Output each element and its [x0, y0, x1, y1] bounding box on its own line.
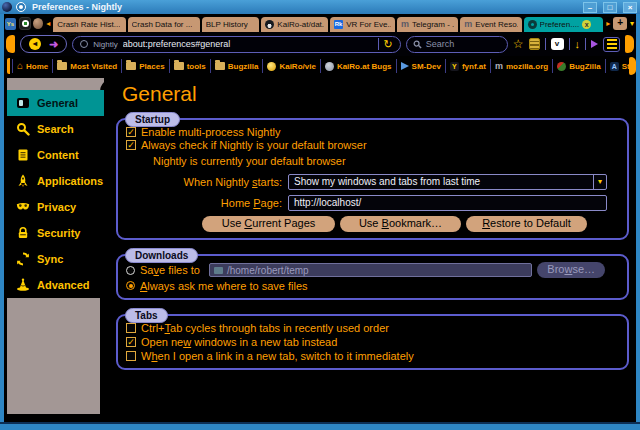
toolbar-separator: [585, 38, 586, 50]
history-nav-group: ◂ ➜: [20, 35, 67, 53]
bookmark-places[interactable]: Places: [121, 59, 168, 73]
bookmark-most-visited[interactable]: Most Visited: [52, 59, 121, 73]
bookmark-bugzilla[interactable]: BugZilla: [552, 59, 605, 73]
maximize-button[interactable]: □: [603, 2, 617, 13]
reload-icon[interactable]: ↻: [384, 39, 393, 50]
always-ask-radio[interactable]: [126, 281, 135, 290]
window-gear-icon: [16, 2, 26, 12]
search-icon: [15, 122, 30, 136]
tab-close-icon[interactable]: x: [582, 20, 591, 29]
default-check-label: Always check if Nightly is your default …: [141, 139, 367, 151]
pocket-icon[interactable]: [591, 40, 598, 48]
close-button[interactable]: ×: [623, 2, 637, 13]
tab-crash-data[interactable]: Crash Data for ...: [128, 17, 200, 32]
url-text[interactable]: about:preferences#general: [123, 39, 373, 49]
new-window-checkbox[interactable]: ✓: [126, 337, 136, 347]
download-path-text: /home/robert/temp: [227, 265, 309, 276]
multiprocess-row: ✓ Enable multi-process Nightly: [126, 125, 619, 138]
window-title: Preferences - Nightly: [30, 2, 577, 12]
sidebar-item-sync[interactable]: Sync: [7, 246, 104, 272]
tab-github[interactable]: KaiRo-at/dat...: [261, 17, 328, 32]
toolbar-separator: [545, 38, 546, 50]
forward-button[interactable]: ➜: [49, 38, 58, 50]
bookmarks-menu-icon[interactable]: [529, 38, 540, 50]
wizard-hat-icon: [15, 278, 30, 292]
github-icon: [265, 20, 274, 29]
bug-icon: [557, 62, 566, 71]
ctrl-tab-checkbox[interactable]: [126, 323, 136, 333]
tab-telegram[interactable]: m Telegram - ...: [397, 17, 458, 32]
bookmark-tools[interactable]: tools: [169, 59, 210, 73]
bookmarks-toolbar: ⌂ Home Most Visited Places tools Bugzill…: [4, 56, 636, 76]
tab-event[interactable]: m Event Reso...: [460, 17, 521, 32]
bookmark-star-icon[interactable]: ☆: [513, 38, 524, 50]
sidebar-item-applications[interactable]: Applications: [7, 168, 104, 194]
folder-icon: [57, 62, 67, 70]
scroll-tabs-right-icon[interactable]: ▸: [606, 19, 610, 28]
browse-button[interactable]: Browse…: [537, 262, 605, 278]
search-placeholder: Search: [426, 39, 455, 49]
extension-eye-icon[interactable]: [19, 17, 31, 30]
download-path-field[interactable]: /home/robert/temp: [209, 263, 532, 277]
restore-default-button[interactable]: Restore to Default: [466, 216, 587, 232]
folder-icon: [174, 62, 184, 70]
bookmark-kairo-vie[interactable]: KaiRo/vie: [262, 59, 319, 73]
use-current-pages-button[interactable]: Use Current Pages: [202, 216, 335, 232]
sidebar-item-search[interactable]: Search: [7, 116, 104, 142]
sidebar-item-content[interactable]: Content: [7, 142, 104, 168]
downloads-arrow-icon[interactable]: ↓: [575, 39, 581, 50]
hamburger-menu-button[interactable]: [603, 37, 620, 52]
bookmark-kairo-bugs[interactable]: KaiRo.at Bugs: [320, 59, 396, 73]
tab-preferences-active[interactable]: Preferen.... x: [524, 17, 604, 32]
category-sidebar: General Search Content Applications Priv…: [7, 90, 104, 298]
startup-mode-select[interactable]: Show my windows and tabs from last time …: [288, 174, 607, 190]
sidebar-item-advanced[interactable]: Advanced: [7, 272, 104, 298]
use-bookmark-button[interactable]: Use Bookmark…: [340, 216, 461, 232]
back-button[interactable]: ◂: [29, 38, 41, 50]
default-check-checkbox[interactable]: ✓: [126, 140, 136, 150]
search-bar[interactable]: Search: [406, 36, 508, 53]
downloads-indicator-icon[interactable]: v: [551, 38, 564, 50]
downloads-group: Downloads Save files to /home/robert/tem…: [116, 254, 629, 300]
tab-vr[interactable]: Rk VR For Eve...: [330, 17, 395, 32]
identity-label: Nightly: [93, 40, 117, 49]
bookmark-fynf[interactable]: Y fynf.at: [445, 59, 490, 73]
tab-blp-history[interactable]: BLP History: [202, 17, 260, 32]
always-ask-label: Always ask me where to save files: [140, 280, 308, 292]
rk-favicon: Rk: [334, 20, 343, 29]
event-favicon: m: [464, 20, 472, 29]
toolbar-separator: [569, 38, 570, 50]
all-tabs-dropdown-icon[interactable]: ▾: [630, 19, 634, 28]
new-tab-button[interactable]: +: [613, 17, 627, 30]
sidebar-item-security[interactable]: Security: [7, 220, 104, 246]
sync-icon: [15, 252, 30, 266]
main-pane: General Startup ✓ Enable multi-process N…: [100, 78, 636, 422]
bookmark-bugzilla-folder[interactable]: Bugzilla: [210, 59, 263, 73]
extension-ys-icon[interactable]: Ys: [5, 18, 16, 30]
switch-tab-checkbox[interactable]: [126, 351, 136, 361]
select-chevron-icon[interactable]: ▾: [593, 175, 606, 189]
sidebar-item-privacy[interactable]: Privacy: [7, 194, 104, 220]
bookmark-mozilla[interactable]: m mozilla.org: [490, 59, 552, 73]
homepage-buttons: Use Current Pages Use Bookmark… Restore …: [202, 216, 619, 232]
when-starts-label: When Nightly starts:: [126, 176, 282, 188]
homepage-input[interactable]: http://localhost/: [288, 195, 607, 211]
bookmark-sm-dev[interactable]: SM-Dev: [396, 59, 445, 73]
multiprocess-checkbox[interactable]: ✓: [126, 127, 136, 137]
startup-mode-row: When Nightly starts: Show my windows and…: [126, 171, 619, 192]
urlbar-separator: [378, 38, 379, 50]
search-icon: [413, 40, 422, 49]
bookmark-home[interactable]: ⌂ Home: [12, 59, 52, 73]
extension-sphere-icon[interactable]: [33, 18, 43, 29]
general-icon: [15, 96, 30, 110]
tab-crash-rate[interactable]: Crash Rate Hist...: [53, 17, 125, 32]
url-bar[interactable]: Nightly about:preferences#general ↻: [72, 36, 401, 53]
save-to-radio[interactable]: [126, 266, 135, 275]
site-identity-icon[interactable]: [80, 40, 88, 48]
kairo-icon: [267, 62, 276, 71]
save-to-label: Save files to: [140, 264, 200, 276]
sidebar-item-general[interactable]: General: [7, 90, 104, 116]
lcars-cap-right: [629, 57, 636, 75]
minimize-button[interactable]: –: [583, 2, 597, 13]
scroll-tabs-left-icon[interactable]: ◂: [46, 19, 50, 28]
